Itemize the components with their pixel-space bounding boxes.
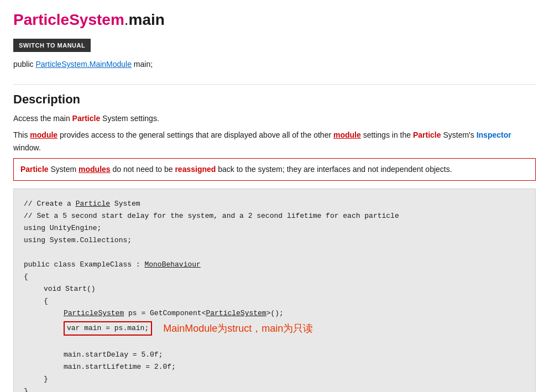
code-block: // Create a Particle System // Set a 5 s… (13, 189, 536, 392)
keyword-particle-2: Particle (413, 130, 441, 139)
code-line-12 (24, 337, 525, 349)
signature-prefix: public (13, 60, 35, 69)
desc-line2-mid3: System's (441, 130, 477, 139)
description-line2: This module provides access to the gener… (13, 129, 536, 154)
code-line-14: main.startLifetime = 2.0f; (24, 361, 525, 373)
keyword-module-2[interactable]: module (333, 130, 361, 139)
signature-suffix: main; (132, 60, 153, 69)
desc-line2-prefix: This (13, 130, 30, 139)
switch-to-manual-button[interactable]: SWITCH TO MANUAL (13, 39, 91, 52)
description-line1: Access the main Particle System settings… (13, 112, 536, 124)
code-line-8: void Start() (24, 283, 525, 295)
warning-mid1: System (49, 165, 79, 174)
code-line-2: // Set a 5 second start delay for the sy… (24, 210, 525, 222)
code-line-6: public class ExampleClass : MonoBehaviou… (24, 259, 525, 271)
code-line-13: main.startDelay = 5.0f; (24, 349, 525, 361)
desc-line2-mid2: settings in the (361, 130, 413, 139)
code-line-5 (24, 247, 525, 259)
warning-keyword1: Particle (20, 165, 49, 174)
code-line-1: // Create a Particle System (24, 198, 525, 210)
signature-link[interactable]: ParticleSystem.MainModule (35, 60, 132, 69)
code-annotation: MainModule为struct，main为只读 (163, 320, 313, 337)
desc-line1-suffix: System settings. (100, 114, 159, 123)
warning-mid2: do not need to be (111, 165, 175, 174)
code-line-9: { (24, 295, 525, 307)
desc-line2-suffix: window. (13, 143, 41, 152)
warning-suffix: back to the system; they are interfaces … (216, 165, 452, 174)
warning-keyword3: reassigned (175, 165, 216, 174)
code-line-3: using UnityEngine; (24, 222, 525, 234)
code-link-particlesystem2[interactable]: ParticleSystem (206, 309, 266, 317)
code-link-monobehaviour[interactable]: MonoBehaviour (144, 260, 200, 269)
title-particle-text: ParticleSystem (13, 11, 124, 28)
keyword-particle-1: Particle (72, 114, 101, 123)
warning-keyword2[interactable]: modules (79, 165, 111, 174)
code-line-16: } (24, 385, 525, 392)
keyword-inspector: Inspector (477, 130, 511, 139)
code-line-7: { (24, 271, 525, 283)
title-main-text: main (129, 11, 165, 28)
description-heading: Description (13, 84, 536, 107)
code-link-particle[interactable]: Particle (76, 200, 110, 208)
keyword-module-1[interactable]: module (30, 130, 57, 139)
warning-box: Particle System modules do not need to b… (13, 158, 536, 180)
code-line-15: } (24, 373, 525, 385)
public-signature: public ParticleSystem.MainModule main; (13, 60, 536, 69)
code-highlighted-line: var main = ps.main; (64, 321, 152, 336)
code-line-4: using System.Collections; (24, 234, 525, 247)
code-line-11: var main = ps.main; MainModule为struct，ma… (24, 320, 525, 337)
desc-line2-mid1: provides access to the general settings … (57, 130, 333, 139)
desc-line1-prefix: Access the main (13, 114, 72, 123)
title-dot: . (124, 11, 129, 28)
code-line-10: ParticleSystem ps = GetComponent<Particl… (24, 307, 525, 320)
page-title: ParticleSystem.main (13, 11, 536, 29)
code-link-particlesystem1[interactable]: ParticleSystem (64, 309, 124, 317)
